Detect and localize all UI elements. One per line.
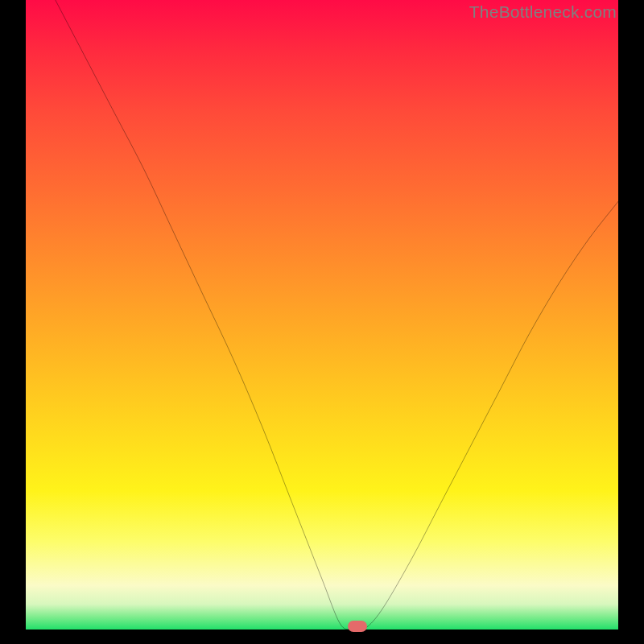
optimum-marker: [348, 621, 367, 632]
bottleneck-curve: [26, 0, 618, 630]
chart-frame: TheBottleneck.com: [0, 0, 644, 644]
watermark-label: TheBottleneck.com: [469, 2, 617, 22]
plot-area: [26, 0, 618, 630]
